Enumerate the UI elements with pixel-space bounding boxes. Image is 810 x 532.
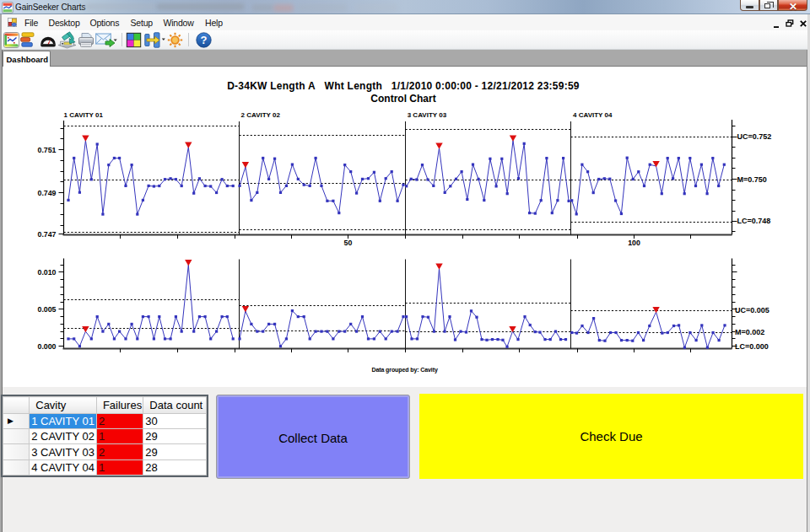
svg-text:Control Chart: Control Chart xyxy=(370,93,435,105)
svg-text:M=0.002: M=0.002 xyxy=(735,328,764,336)
svg-text:4 CAVITY 04: 4 CAVITY 04 xyxy=(573,111,613,119)
svg-text:Data grouped by: Cavity: Data grouped by: Cavity xyxy=(372,367,438,373)
svg-text:UC=0.752: UC=0.752 xyxy=(737,132,772,141)
svg-text:M=0.750: M=0.750 xyxy=(737,175,767,184)
svg-text:LC=0.748: LC=0.748 xyxy=(737,217,771,225)
svg-text:3 CAVITY 03: 3 CAVITY 03 xyxy=(408,111,447,119)
svg-text:0.005: 0.005 xyxy=(37,305,56,314)
svg-text:UC=0.005: UC=0.005 xyxy=(735,306,770,314)
svg-text:0.751: 0.751 xyxy=(37,146,56,154)
svg-text:0.747: 0.747 xyxy=(37,230,56,239)
svg-text:100: 100 xyxy=(628,239,640,247)
svg-text:0.749: 0.749 xyxy=(37,189,56,197)
svg-text:0.010: 0.010 xyxy=(37,268,56,277)
svg-text:50: 50 xyxy=(344,239,353,247)
svg-text:0.000: 0.000 xyxy=(37,342,56,351)
svg-text:D-34KW Length A Wht Length: D-34KW Length A Wht Length 1/1/2010 0:00… xyxy=(227,80,580,92)
svg-text:1 CAVITY 01: 1 CAVITY 01 xyxy=(64,111,104,119)
svg-text:2 CAVITY 02: 2 CAVITY 02 xyxy=(241,111,281,119)
svg-text:LC=0.000: LC=0.000 xyxy=(735,342,769,351)
